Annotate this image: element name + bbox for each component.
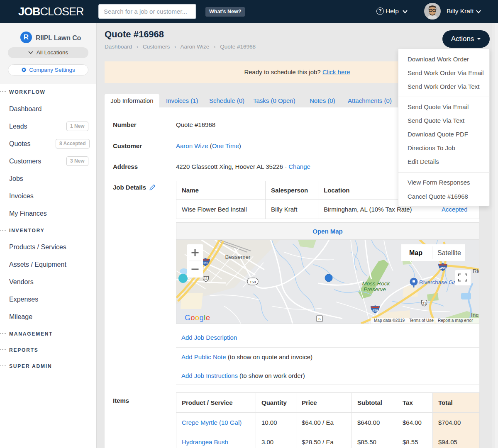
- svg-text:6: 6: [318, 317, 320, 321]
- svg-text:150: 150: [249, 280, 256, 284]
- svg-text:Satellite: Satellite: [437, 249, 461, 256]
- svg-text:G: G: [185, 314, 190, 322]
- svg-text:31: 31: [422, 301, 426, 305]
- svg-text:459: 459: [440, 266, 446, 270]
- svg-text:Map data ©2019: Map data ©2019: [374, 318, 405, 323]
- svg-text:Moss Rock: Moss Rock: [362, 280, 391, 287]
- svg-text:20: 20: [203, 261, 208, 265]
- svg-text:Report a map error: Report a map error: [438, 318, 473, 323]
- svg-text:Preserve: Preserve: [364, 286, 386, 292]
- svg-text:Map: Map: [409, 249, 422, 256]
- svg-text:Inc: Inc: [471, 312, 478, 318]
- svg-text:l: l: [204, 314, 205, 322]
- svg-text:Riverchase Gal: Riverchase Gal: [419, 279, 457, 285]
- svg-text:Ric: Ric: [473, 268, 479, 274]
- svg-text:o: o: [191, 314, 195, 322]
- svg-text:459: 459: [372, 309, 378, 312]
- svg-text:Bessemer: Bessemer: [225, 254, 251, 260]
- svg-text:o: o: [195, 314, 199, 322]
- svg-text:e: e: [206, 314, 210, 322]
- svg-text:g: g: [200, 314, 204, 322]
- svg-text:11: 11: [204, 277, 208, 281]
- svg-text:Terms of Use: Terms of Use: [409, 318, 434, 323]
